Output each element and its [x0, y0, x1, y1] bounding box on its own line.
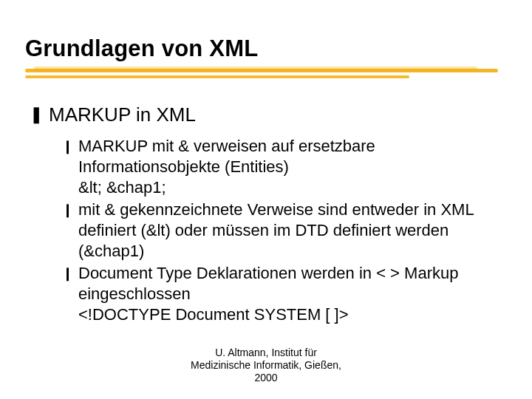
bullet-icon: ❙ — [62, 136, 78, 198]
bullet-text: MARKUP in XML — [49, 103, 196, 126]
bullet-level2: ❙ mit & gekennzeichnete Verweise sind en… — [62, 200, 507, 262]
bullet-level2: ❙ Document Type Deklarationen werden in … — [62, 263, 507, 325]
title-underline — [25, 66, 507, 83]
bullet-level2: ❙ MARKUP mit & verweisen auf ersetzbare … — [62, 136, 507, 198]
bullet-icon: ❙ — [62, 200, 78, 262]
slide-body: ❚ MARKUP in XML ❙ MARKUP mit & verweisen… — [25, 103, 507, 325]
brush-stroke-icon — [25, 69, 498, 72]
bullet-level1: ❚ MARKUP in XML — [30, 103, 507, 126]
slide-title: Grundlagen von XML — [25, 35, 507, 62]
bullet-text: mit & gekennzeichnete Verweise sind entw… — [78, 200, 507, 262]
bullet-text: Document Type Deklarationen werden in < … — [78, 263, 507, 325]
bullet-icon: ❙ — [62, 263, 78, 325]
slide: Grundlagen von XML ❚ MARKUP in XML ❙ MAR… — [0, 0, 532, 399]
bullet-text: MARKUP mit & verweisen auf ersetzbare In… — [78, 136, 507, 198]
bullet-icon: ❚ — [30, 103, 49, 126]
slide-footer: U. Altmann, Institut fürMedizinische Inf… — [0, 347, 532, 384]
bullet-level2-list: ❙ MARKUP mit & verweisen auf ersetzbare … — [30, 136, 507, 325]
brush-stroke-icon — [25, 75, 409, 78]
